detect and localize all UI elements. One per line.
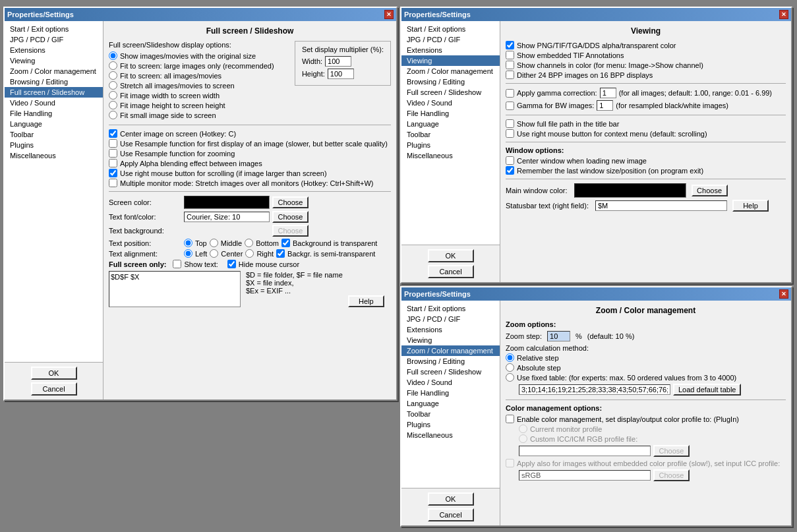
radio-fit-small[interactable]: [109, 111, 117, 119]
bg-transparent-cb[interactable]: [281, 239, 290, 247]
text-template-input[interactable]: $D$F $X: [109, 271, 241, 307]
right-mouse-context-cb[interactable]: [506, 129, 514, 138]
width-input[interactable]: [325, 56, 351, 67]
gamma-bw-cb[interactable]: [506, 102, 514, 110]
center-image-cb[interactable]: [109, 129, 117, 138]
resample-first-cb[interactable]: [109, 139, 117, 148]
textarea-help-btn[interactable]: Help: [348, 295, 384, 307]
gamma-cb[interactable]: [506, 89, 514, 98]
enable-color-cb[interactable]: [506, 415, 514, 423]
bg-semi-transparent-cb[interactable]: [276, 249, 285, 258]
radio-fit-height[interactable]: [109, 101, 117, 109]
w3-sidebar-language[interactable]: Language: [401, 398, 500, 409]
absolute-step-radio[interactable]: [506, 363, 514, 372]
right-mouse-cb[interactable]: [109, 169, 117, 177]
custom-icc-input[interactable]: [519, 446, 651, 456]
srgb-choose-btn[interactable]: Choose: [653, 469, 690, 481]
sidebar-item-jpg[interactable]: JPG / PCD / GIF: [5, 34, 103, 45]
window3-close-btn[interactable]: ✕: [779, 289, 788, 299]
w2-sidebar-start-exit[interactable]: Start / Exit options: [401, 24, 500, 34]
pos-bottom-radio[interactable]: [245, 239, 253, 247]
w3-sidebar-start-exit[interactable]: Start / Exit options: [401, 303, 500, 314]
current-monitor-radio[interactable]: [519, 425, 527, 433]
show-full-path-cb[interactable]: [506, 119, 514, 128]
dither-cb[interactable]: [506, 71, 514, 79]
w3-sidebar-zoom[interactable]: Zoom / Color management: [401, 345, 500, 356]
radio-original[interactable]: [109, 51, 117, 60]
gamma-input[interactable]: [600, 88, 616, 98]
w2-sidebar-language[interactable]: Language: [401, 119, 500, 129]
window2-close-btn[interactable]: ✕: [779, 10, 788, 19]
window3-ok-btn[interactable]: OK: [428, 492, 474, 506]
sidebar-item-toolbar[interactable]: Toolbar: [5, 129, 103, 140]
window1-cancel-btn[interactable]: Cancel: [31, 382, 77, 396]
height-input[interactable]: [328, 69, 354, 79]
zoom-step-input[interactable]: [547, 331, 570, 341]
window3-cancel-btn[interactable]: Cancel: [428, 508, 474, 521]
fixed-table-input[interactable]: [519, 384, 670, 395]
sidebar-item-zoom[interactable]: Zoom / Color management: [5, 66, 103, 76]
show-channels-cb[interactable]: [506, 61, 514, 69]
text-bg-choose-btn[interactable]: Choose: [272, 225, 309, 237]
w3-sidebar-video[interactable]: Video / Sound: [401, 377, 500, 388]
sidebar-item-fullscreen[interactable]: Full screen / Slideshow: [5, 87, 103, 98]
w3-sidebar-jpg[interactable]: JPG / PCD / GIF: [401, 314, 500, 324]
w3-sidebar-viewing[interactable]: Viewing: [401, 335, 500, 345]
window1-close-btn[interactable]: ✕: [384, 10, 394, 19]
w2-sidebar-video[interactable]: Video / Sound: [401, 98, 500, 108]
text-font-input[interactable]: [184, 212, 270, 222]
screen-color-choose-btn[interactable]: Choose: [272, 196, 309, 208]
w2-sidebar-viewing[interactable]: Viewing: [401, 55, 500, 66]
hide-mouse-cb[interactable]: [227, 260, 236, 268]
sidebar-item-language[interactable]: Language: [5, 119, 103, 129]
w3-sidebar-fullscreen[interactable]: Full screen / Slideshow: [401, 367, 500, 377]
fixed-table-radio[interactable]: [506, 373, 514, 382]
main-window-color-choose-btn[interactable]: Choose: [692, 185, 728, 196]
relative-step-radio[interactable]: [506, 353, 514, 362]
show-text-cb[interactable]: [173, 260, 181, 268]
w3-sidebar-extensions[interactable]: Extensions: [401, 324, 500, 335]
radio-all-images[interactable]: [109, 71, 117, 80]
multi-monitor-cb[interactable]: [109, 179, 117, 187]
radio-fit-width[interactable]: [109, 91, 117, 100]
custom-icc-choose-btn[interactable]: Choose: [653, 445, 690, 457]
pos-top-radio[interactable]: [184, 239, 192, 247]
center-window-cb[interactable]: [506, 156, 514, 165]
sidebar-item-video[interactable]: Video / Sound: [5, 98, 103, 108]
srgb-input[interactable]: [519, 470, 651, 481]
w2-sidebar-toolbar[interactable]: Toolbar: [401, 129, 500, 140]
w2-sidebar-fullscreen[interactable]: Full screen / Slideshow: [401, 87, 500, 98]
sidebar-item-filehandling[interactable]: File Handling: [5, 108, 103, 119]
sidebar-item-start-exit[interactable]: Start / Exit options: [5, 24, 103, 34]
w2-sidebar-jpg[interactable]: JPG / PCD / GIF: [401, 34, 500, 45]
statusbar-text-input[interactable]: [595, 200, 727, 211]
align-center-radio[interactable]: [210, 249, 218, 258]
w2-sidebar-browsing[interactable]: Browsing / Editing: [401, 76, 500, 87]
load-default-btn[interactable]: Load default table: [673, 384, 741, 396]
sidebar-item-extensions[interactable]: Extensions: [5, 45, 103, 55]
w3-sidebar-misc[interactable]: Miscellaneous: [401, 430, 500, 440]
alpha-blend-cb[interactable]: [109, 159, 117, 167]
w3-sidebar-filehandling[interactable]: File Handling: [401, 388, 500, 398]
w3-sidebar-plugins[interactable]: Plugins: [401, 419, 500, 430]
w2-sidebar-filehandling[interactable]: File Handling: [401, 108, 500, 119]
show-png-cb[interactable]: [506, 41, 514, 49]
apply-also-cb[interactable]: [506, 459, 514, 467]
w2-sidebar-zoom[interactable]: Zoom / Color management: [401, 66, 500, 76]
w3-sidebar-toolbar[interactable]: Toolbar: [401, 409, 500, 419]
align-right-radio[interactable]: [245, 249, 254, 258]
text-font-choose-btn[interactable]: Choose: [272, 211, 309, 223]
radio-stretch[interactable]: [109, 81, 117, 90]
window2-cancel-btn[interactable]: Cancel: [428, 265, 474, 278]
show-tif-cb[interactable]: [506, 51, 514, 59]
pos-middle-radio[interactable]: [210, 239, 218, 247]
sidebar-item-viewing[interactable]: Viewing: [5, 55, 103, 66]
sidebar-item-misc[interactable]: Miscellaneous: [5, 150, 103, 161]
align-left-radio[interactable]: [184, 249, 192, 258]
w2-sidebar-extensions[interactable]: Extensions: [401, 45, 500, 55]
remember-window-cb[interactable]: [506, 166, 514, 175]
custom-icc-radio[interactable]: [519, 434, 527, 443]
w3-sidebar-browsing[interactable]: Browsing / Editing: [401, 356, 500, 367]
statusbar-help-btn[interactable]: Help: [732, 200, 769, 212]
sidebar-item-browsing[interactable]: Browsing / Editing: [5, 76, 103, 87]
